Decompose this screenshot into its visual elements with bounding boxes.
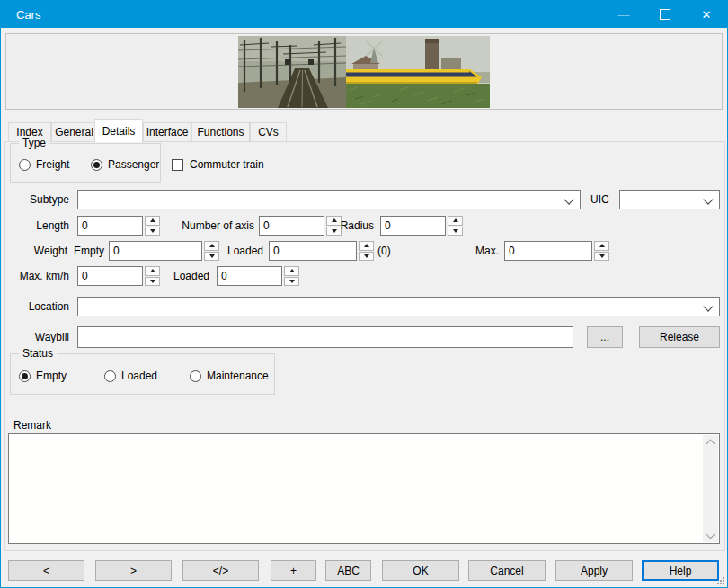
spin-up-icon: [453, 218, 458, 222]
radio-freight[interactable]: Freight: [19, 158, 69, 171]
radio-freight-circle: [19, 159, 31, 171]
window-title: Cars: [16, 8, 40, 22]
spin-down-button[interactable]: [145, 277, 160, 287]
cancel-button[interactable]: Cancel: [468, 560, 546, 581]
radio-status-empty[interactable]: Empty: [19, 370, 67, 382]
axes-input[interactable]: [259, 216, 324, 236]
spin-up-button[interactable]: [204, 241, 219, 251]
remark-scrollbar[interactable]: [703, 435, 718, 542]
maximize-button[interactable]: [644, 1, 686, 28]
spin-up-icon: [289, 269, 295, 272]
apply-button[interactable]: Apply: [555, 560, 633, 581]
length-input[interactable]: [77, 216, 143, 236]
tab-general[interactable]: General: [51, 122, 97, 141]
spin-down-button[interactable]: [204, 252, 219, 262]
code-button[interactable]: </>: [182, 560, 259, 581]
radio-passenger[interactable]: Passenger: [91, 158, 159, 171]
abc-button[interactable]: ABC: [325, 560, 371, 581]
waybill-label: Waybill: [1, 327, 69, 347]
waybill-browse-button[interactable]: ...: [587, 326, 623, 348]
spin-up-icon: [150, 218, 155, 222]
title-bar[interactable]: Cars — ✕: [1, 1, 727, 28]
weight-max-input[interactable]: [504, 241, 592, 261]
radio-circle: [19, 370, 31, 382]
commuter-train-checkbox[interactable]: Commuter train: [172, 158, 264, 171]
weight-loaded-input[interactable]: [269, 241, 357, 261]
spin-down-icon: [150, 229, 155, 233]
type-group-legend: Type: [19, 137, 49, 149]
radio-circle: [190, 370, 201, 382]
max-kmh-loaded-input[interactable]: [217, 266, 282, 286]
axes-label: Number of axis: [168, 216, 254, 236]
spin-down-icon: [453, 229, 458, 233]
weight-loaded-spinner: [359, 241, 374, 261]
spin-down-icon: [150, 280, 155, 283]
max-kmh-input[interactable]: [77, 266, 143, 286]
weight-loaded-label: Loaded: [224, 241, 263, 261]
radius-spinner: [448, 216, 463, 236]
spin-down-icon: [599, 254, 605, 258]
spin-up-button[interactable]: [359, 241, 374, 251]
waybill-input[interactable]: [77, 326, 573, 348]
radio-passenger-circle: [91, 159, 102, 171]
spin-down-button[interactable]: [145, 227, 160, 236]
spin-up-icon: [209, 244, 215, 247]
uic-label: UIC: [590, 190, 617, 209]
max-kmh-label: Max. km/h: [1, 266, 69, 286]
spin-down-button[interactable]: [359, 252, 374, 262]
remark-textarea[interactable]: [10, 435, 706, 546]
banner-image: [238, 36, 490, 108]
max-kmh-loaded-label: Loaded: [170, 266, 209, 286]
subtype-combobox[interactable]: [77, 190, 581, 209]
radio-status-maintenance[interactable]: Maintenance: [190, 370, 269, 382]
minimize-button[interactable]: —: [603, 1, 644, 28]
banner-panel: [5, 33, 723, 110]
spin-up-button[interactable]: [145, 216, 160, 226]
location-label: Location: [1, 297, 69, 316]
remark-label: Remark: [13, 415, 51, 435]
cars-dialog: Cars — ✕: [0, 0, 728, 588]
spin-up-button[interactable]: [448, 216, 463, 226]
window-controls: — ✕: [603, 1, 727, 28]
tab-functions[interactable]: Functions: [191, 122, 250, 141]
chevron-down-icon: [564, 194, 573, 204]
close-button[interactable]: ✕: [686, 1, 727, 28]
close-icon: ✕: [702, 8, 712, 22]
tab-cvs[interactable]: CVs: [250, 122, 287, 141]
spin-up-icon: [364, 244, 369, 247]
spin-up-button[interactable]: [594, 241, 609, 251]
radius-input[interactable]: [380, 216, 446, 236]
spin-down-button[interactable]: [594, 252, 609, 262]
prev-button[interactable]: <: [8, 560, 84, 581]
chevron-down-icon: [703, 194, 713, 204]
waybill-release-button[interactable]: Release: [639, 326, 720, 348]
weight-empty-spinner: [204, 241, 219, 261]
spin-down-button[interactable]: [448, 227, 463, 236]
weight-max-spinner: [594, 241, 609, 261]
weight-max-label: Max.: [470, 241, 499, 261]
ok-button[interactable]: OK: [382, 560, 459, 581]
length-label: Length: [1, 216, 69, 236]
spin-down-button[interactable]: [284, 277, 299, 287]
status-group-legend: Status: [19, 347, 57, 360]
subtype-label: Subtype: [1, 190, 69, 209]
add-button[interactable]: +: [271, 560, 316, 581]
spin-up-button[interactable]: [284, 266, 299, 276]
location-combobox[interactable]: [77, 297, 720, 316]
minimize-icon: —: [618, 8, 630, 22]
radio-status-loaded[interactable]: Loaded: [104, 370, 157, 382]
spin-up-button[interactable]: [145, 266, 160, 276]
uic-combobox[interactable]: [619, 190, 720, 209]
tab-details[interactable]: Details: [94, 119, 143, 142]
help-button[interactable]: Help: [642, 560, 719, 581]
next-button[interactable]: >: [95, 560, 172, 581]
spin-down-icon: [289, 280, 295, 283]
scroll-up-icon[interactable]: [703, 435, 718, 450]
remark-field: [8, 433, 720, 544]
spin-down-icon: [209, 254, 215, 258]
resize-grip-icon[interactable]: [716, 576, 725, 585]
weight-empty-input[interactable]: [109, 241, 202, 261]
scroll-down-icon[interactable]: [703, 528, 718, 542]
tab-interface[interactable]: Interface: [143, 122, 191, 141]
maximize-icon: [660, 9, 670, 20]
